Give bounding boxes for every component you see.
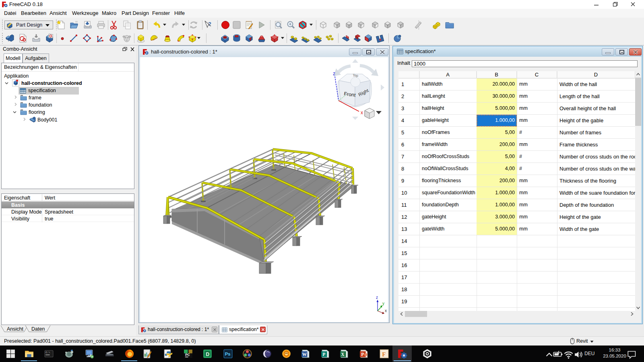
svg-text:D: D <box>206 352 209 357</box>
svg-text:z: z <box>376 295 378 300</box>
svg-text:C:\: C:\ <box>45 351 50 354</box>
svg-text:x: x <box>385 309 387 313</box>
svg-text:F: F <box>382 351 386 358</box>
svg-text:P: P <box>322 352 325 357</box>
svg-text:x: x <box>361 110 363 115</box>
svg-text:PC: PC <box>185 353 190 357</box>
svg-text:W: W <box>302 352 307 357</box>
svg-text:Daten: Daten <box>31 326 45 332</box>
svg-text:y: y <box>382 301 384 306</box>
svg-text:?: ? <box>208 21 211 27</box>
svg-text:Ps: Ps <box>225 352 231 356</box>
svg-text:Top: Top <box>353 73 359 78</box>
svg-text:Ansicht: Ansicht <box>7 326 24 332</box>
svg-text:X: X <box>341 352 345 357</box>
svg-text:P: P <box>361 352 364 357</box>
svg-text:z: z <box>333 71 335 76</box>
